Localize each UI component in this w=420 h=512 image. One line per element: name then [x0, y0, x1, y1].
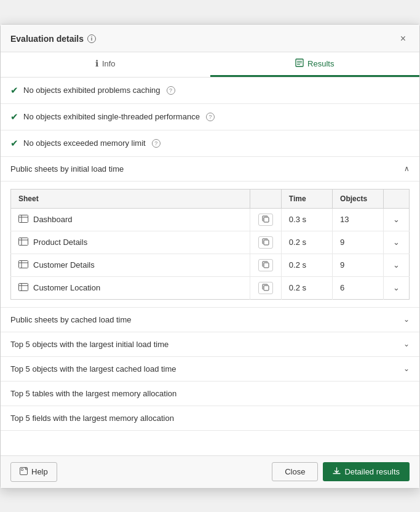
- public-sheets-initial-table-section: Sheet Time Objects: [1, 182, 419, 308]
- dialog-footer: Help Close Detailed results: [1, 455, 419, 488]
- section-public-sheets-initial[interactable]: Public sheets by initial load time ∧: [1, 157, 419, 182]
- dialog-body: ✔ No objects exhibited problems caching …: [1, 78, 419, 455]
- svg-rect-16: [19, 283, 28, 290]
- check-threaded-icon: ✔: [10, 111, 18, 122]
- sheet-icon: [18, 238, 28, 247]
- check-caching: ✔ No objects exhibited problems caching …: [1, 78, 419, 104]
- section-public-sheets-initial-label: Public sheets by initial load time: [10, 164, 124, 174]
- expand-cell[interactable]: ⌄: [384, 276, 410, 299]
- tab-results[interactable]: Results: [210, 52, 420, 77]
- svg-rect-11: [264, 240, 269, 245]
- check-memory-icon: ✔: [10, 138, 18, 149]
- help-label: Help: [31, 467, 48, 476]
- svg-rect-12: [19, 260, 28, 268]
- svg-rect-4: [19, 215, 28, 222]
- section-top5-initial[interactable]: Top 5 objects with the largest initial l…: [1, 332, 419, 357]
- sheet-icon: [18, 260, 28, 270]
- detailed-results-label: Detailed results: [344, 467, 400, 476]
- footer-right-actions: Close Detailed results: [272, 462, 410, 481]
- help-icon: [20, 467, 28, 477]
- tab-info[interactable]: ℹ Info: [1, 52, 210, 77]
- sheet-name: Dashboard: [33, 215, 73, 224]
- copy-button[interactable]: [258, 236, 273, 249]
- svg-rect-7: [264, 217, 269, 222]
- check-memory-text: No objects exceeded memory limit: [23, 138, 146, 148]
- section-top5-memory-tables-label: Top 5 tables with the largest memory all…: [10, 389, 176, 398]
- section-public-sheets-cached[interactable]: Public sheets by cached load time ⌄: [1, 308, 419, 332]
- table-row: Customer Location 0.2 s: [11, 276, 410, 299]
- close-dialog-button[interactable]: Close: [272, 462, 318, 481]
- table-row: Customer Details 0.2 s: [11, 254, 410, 276]
- copy-button[interactable]: [258, 259, 273, 271]
- section-top5-cached-chevron: ⌄: [403, 364, 410, 373]
- copy-cell[interactable]: [250, 208, 281, 231]
- results-tab-icon: [295, 58, 304, 69]
- sheet-name-cell: Customer Details: [11, 254, 250, 276]
- sheet-time: 0.2 s: [281, 276, 332, 299]
- table-row: Product Details 0.2 s: [11, 231, 410, 254]
- check-threaded: ✔ No objects exhibited single-threaded p…: [1, 104, 419, 130]
- copy-cell[interactable]: [250, 254, 281, 276]
- row-expand-button[interactable]: ⌄: [392, 214, 401, 225]
- section-public-sheets-cached-label: Public sheets by cached load time: [10, 315, 132, 324]
- sheet-name: Customer Location: [33, 283, 100, 292]
- check-caching-text: No objects exhibited problems caching: [23, 86, 160, 95]
- svg-rect-15: [264, 263, 269, 268]
- tab-info-label: Info: [102, 59, 116, 68]
- title-info-icon[interactable]: i: [87, 34, 96, 43]
- section-top5-cached-label: Top 5 objects with the largest cached lo…: [10, 364, 176, 374]
- section-top5-initial-chevron: ⌄: [403, 340, 410, 348]
- check-caching-help-icon[interactable]: ?: [167, 86, 175, 95]
- expand-cell[interactable]: ⌄: [384, 231, 410, 254]
- section-public-sheets-cached-chevron: ⌄: [403, 315, 410, 324]
- copy-button[interactable]: [258, 214, 273, 226]
- expand-cell[interactable]: ⌄: [384, 208, 410, 231]
- row-expand-button[interactable]: ⌄: [392, 259, 401, 271]
- section-top5-memory-tables[interactable]: Top 5 tables with the largest memory all…: [1, 382, 419, 406]
- col-header-expand: [384, 189, 410, 208]
- svg-rect-8: [19, 238, 28, 245]
- evaluation-details-dialog: Evaluation details i × ℹ Info Results: [0, 24, 420, 489]
- spacer: [1, 431, 419, 455]
- sheet-objects: 9: [333, 254, 384, 276]
- expand-cell[interactable]: ⌄: [384, 254, 410, 276]
- section-top5-memory-fields-label: Top 5 fields with the largest memory all…: [10, 414, 174, 423]
- row-expand-button[interactable]: ⌄: [392, 282, 401, 294]
- sheet-time: 0.3 s: [281, 208, 332, 231]
- check-memory-help-icon[interactable]: ?: [152, 139, 160, 148]
- col-header-objects: Objects: [333, 189, 384, 208]
- col-header-sheet: Sheet: [11, 189, 250, 208]
- section-public-sheets-initial-chevron: ∧: [404, 164, 410, 173]
- dialog-close-button[interactable]: ×: [397, 32, 410, 46]
- svg-rect-19: [264, 286, 269, 290]
- dialog-header: Evaluation details i ×: [1, 25, 419, 52]
- col-header-action: [250, 189, 281, 208]
- sheet-name: Customer Details: [33, 260, 95, 270]
- check-caching-icon: ✔: [10, 85, 18, 96]
- sheet-icon: [18, 283, 28, 293]
- check-threaded-text: No objects exhibited single-threaded per…: [23, 112, 200, 121]
- dialog-title: Evaluation details i: [10, 34, 96, 44]
- help-button[interactable]: Help: [10, 462, 57, 482]
- sheet-objects: 6: [333, 276, 384, 299]
- table-row: Dashboard 0.3 s 13: [11, 208, 410, 231]
- title-text: Evaluation details: [10, 34, 84, 44]
- section-top5-initial-label: Top 5 objects with the largest initial l…: [10, 340, 168, 349]
- sheet-name-cell: Customer Location: [11, 276, 250, 299]
- sheet-name-cell: Dashboard: [11, 208, 250, 231]
- copy-cell[interactable]: [250, 231, 281, 254]
- sheet-time: 0.2 s: [281, 254, 332, 276]
- detailed-results-button[interactable]: Detailed results: [323, 462, 410, 481]
- check-threaded-help-icon[interactable]: ?: [206, 113, 215, 121]
- row-expand-button[interactable]: ⌄: [392, 236, 401, 248]
- section-top5-memory-fields[interactable]: Top 5 fields with the largest memory all…: [1, 406, 419, 431]
- sheet-icon: [18, 215, 28, 225]
- copy-cell[interactable]: [250, 276, 281, 299]
- sheet-objects: 13: [333, 208, 384, 231]
- download-icon: [333, 467, 341, 477]
- tab-results-label: Results: [307, 59, 334, 68]
- copy-button[interactable]: [258, 282, 273, 294]
- sheet-objects: 9: [333, 231, 384, 254]
- section-top5-cached[interactable]: Top 5 objects with the largest cached lo…: [1, 357, 419, 382]
- check-memory: ✔ No objects exceeded memory limit ?: [1, 130, 419, 157]
